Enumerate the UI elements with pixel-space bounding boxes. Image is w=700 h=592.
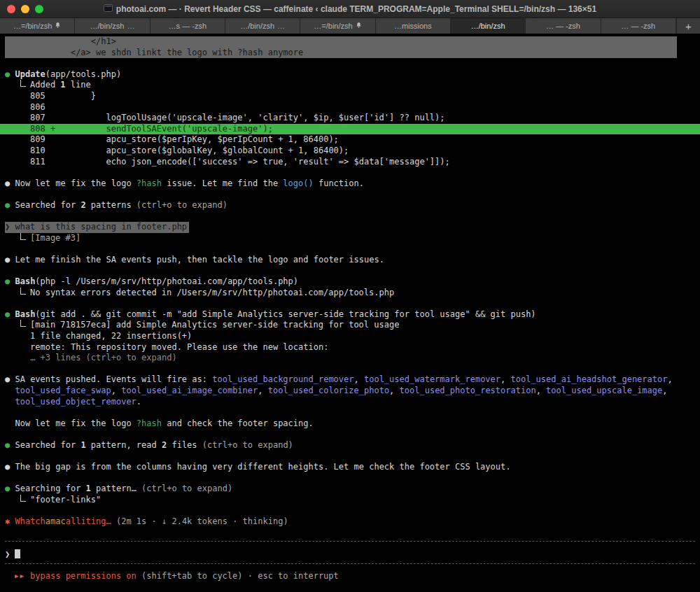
working-spinner-line: ✱ Whatchamacalliting… (2m 1s · ↓ 2.4k to…: [5, 516, 695, 528]
message-text: function.: [314, 178, 364, 188]
code-text: 806: [5, 102, 46, 112]
blank-line: [5, 244, 695, 255]
tab-7-active[interactable]: …/bin/zsh: [451, 18, 526, 34]
zoom-button[interactable]: [35, 5, 43, 13]
bell-icon: [356, 22, 362, 30]
code-text: 807 logToolUsage('upscale-image', 'clari…: [5, 113, 445, 122]
tab-3[interactable]: …s — -zsh: [150, 18, 225, 34]
tab-label: …=/bin/zsh: [13, 22, 52, 30]
close-button[interactable]: [7, 5, 15, 13]
diff-line: 805 }: [5, 91, 695, 102]
tool-bullet-icon: ●: [5, 440, 15, 450]
blank-line: [5, 429, 695, 440]
assistant-message-cont: Now let me fix the logo ?hash and check …: [5, 418, 695, 430]
tool-args: (git add . && git commit -m "add Simple …: [35, 309, 536, 319]
result-text: 1 file changed, 22 insertions(+): [5, 331, 192, 341]
separator: ,: [258, 386, 267, 395]
tab-4[interactable]: …/bin/zsh…: [225, 18, 300, 34]
result-corner-icon: [20, 233, 26, 240]
tool-bullet-icon: ●: [5, 276, 15, 286]
titlebar[interactable]: photoai.com — · Revert Header CSS — caff…: [0, 0, 700, 18]
tool-result-more[interactable]: … +3 lines (ctrl+o to expand): [5, 353, 695, 364]
minimize-button[interactable]: [21, 5, 29, 13]
tool-call-update: ● Update(app/tools.php): [5, 69, 695, 80]
window-title-area: photoai.com — · Revert Header CSS — caff…: [0, 4, 700, 14]
separator: ,: [389, 386, 399, 395]
spinner-word: alliting…: [66, 516, 116, 526]
input-box-bottom-border: [5, 561, 695, 572]
code-text: 810 apcu_store($globalKey, $globalCount …: [5, 146, 349, 155]
summary-text: Searched for: [15, 200, 80, 210]
text-cursor[interactable]: [15, 549, 20, 558]
inline-code: ?hash: [136, 418, 162, 428]
user-message-text: ❯ what is this spacing in footer.php: [5, 222, 189, 233]
tool-summary-search: ● Searched for 2 patterns (ctrl+o to exp…: [5, 200, 695, 211]
tab-1[interactable]: …=/bin/zsh: [0, 18, 75, 34]
tab-5[interactable]: …=/bin/zsh: [300, 18, 375, 34]
tool-result-line: "footer-links": [5, 495, 695, 506]
assistant-message-cont: tool_used_face_swap, tool_used_ai_image_…: [5, 386, 695, 397]
prompt-icon: ❯: [5, 549, 15, 559]
event-name: tool_used_ai_image_combiner: [121, 386, 258, 395]
tab-label: … — -zsh: [546, 22, 580, 30]
tab-9[interactable]: … — -zsh: [601, 18, 676, 34]
summary-count: 2: [80, 200, 85, 210]
summary-text: patterns: [86, 200, 136, 210]
attachment-text: [Image #3]: [30, 233, 80, 243]
tool-bullet-icon: ●: [5, 309, 15, 319]
separator: ,: [354, 374, 364, 384]
diff-line: 809 apcu_store($perIpKey, $perIpCount + …: [5, 134, 695, 146]
blank-line: [5, 298, 695, 309]
tab-activity-indicator: …: [277, 22, 285, 30]
tab-6[interactable]: …missions: [376, 18, 451, 34]
tab-8[interactable]: … — -zsh: [526, 18, 601, 34]
tab-activity-indicator: …: [127, 22, 134, 30]
tab-label: …=/bin/zsh: [314, 22, 352, 30]
assistant-message-cont: tool_used_object_remover.: [5, 397, 695, 408]
tool-result-line: [main 718157eca] add Simple Analytics se…: [5, 320, 695, 331]
user-message-overflow-line: </a> we shdn linkt the logo with ?hash a…: [5, 48, 695, 59]
status-bar: ▶▶ bypass permissions on (shift+tab to c…: [15, 571, 695, 582]
terminal-screen[interactable]: </h1> </a> we shdn linkt the logo with ?…: [0, 34, 700, 592]
summary-text: Searching for: [15, 484, 85, 493]
summary-text: files: [167, 440, 202, 450]
message-text: and check the footer spacing.: [162, 418, 314, 428]
code-text: 811 echo json_encode(['success' => true,…: [5, 157, 450, 167]
inline-code: ?hash: [136, 178, 162, 188]
tool-name: Update: [15, 69, 45, 79]
code-text: 809 apcu_store($perIpKey, $perIpCount + …: [5, 134, 339, 144]
indent: [5, 418, 15, 428]
tab-label: … — -zsh: [621, 22, 655, 30]
terminal-app-icon: [104, 4, 113, 14]
blank-line: [5, 473, 695, 484]
summary-count: 1: [86, 484, 91, 493]
new-tab-button[interactable]: +: [676, 18, 700, 34]
tool-call-bash: ● Bash(git add . && git commit -m "add S…: [5, 309, 695, 320]
code-text: 805 }: [5, 91, 96, 101]
permission-mode-label[interactable]: bypass permissions on: [25, 571, 136, 581]
message-text: SA events pushed. Events will fire as:: [15, 374, 212, 384]
inline-code: logo(): [283, 178, 313, 188]
message-text: The big gap is from the columns having v…: [15, 462, 510, 472]
tool-bullet-icon: ●: [5, 69, 15, 79]
tool-bullet-icon: ●: [5, 200, 15, 210]
tool-name: Bash: [15, 276, 35, 286]
tab-bar: …=/bin/zsh …/bin/zsh… …s — -zsh …/bin/zs…: [0, 18, 700, 34]
message-bullet-icon: ●: [5, 374, 15, 384]
summary-text: pattern…: [91, 484, 141, 493]
result-text: No syntax errors detected in /Users/m/sr…: [30, 288, 394, 297]
summary-text: pattern, read: [86, 440, 162, 450]
event-name: tool_used_photo_restoration: [400, 386, 536, 395]
tool-bullet-icon: ●: [5, 484, 15, 493]
message-text: issue. Let me find the: [162, 178, 283, 188]
dashed-divider: [5, 541, 695, 542]
message-bullet-icon: ●: [5, 462, 15, 472]
tool-name: Bash: [15, 309, 35, 319]
assistant-message: ● The big gap is from the columns having…: [5, 462, 695, 473]
spinner-icon: ✱: [5, 516, 15, 526]
tab-2[interactable]: …/bin/zsh…: [75, 18, 150, 34]
message-bullet-icon: ●: [5, 178, 15, 188]
tool-summary-search: ● Searching for 1 pattern… (ctrl+o to ex…: [5, 484, 695, 495]
prompt-input[interactable]: ❯: [5, 549, 695, 561]
indent: [5, 386, 15, 395]
